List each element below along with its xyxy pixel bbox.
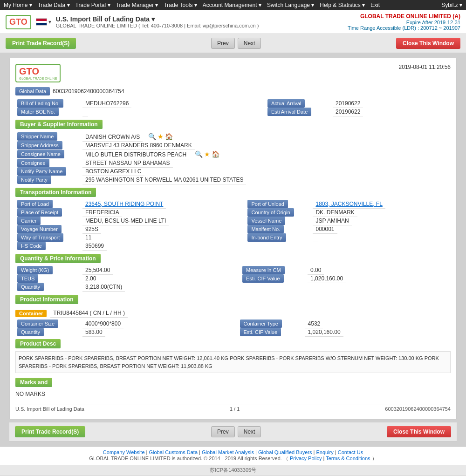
esti-arrival-value: 20190622 xyxy=(333,108,363,116)
weight-label: Weight (KG) xyxy=(17,266,53,274)
footer-company-website[interactable]: Company Website xyxy=(103,449,145,455)
marks-value: NO MARKS xyxy=(15,389,451,399)
footer-global-market[interactable]: Global Market Analysis xyxy=(202,449,254,455)
doc-logo: GTO GLOBAL TRADE ONLINE xyxy=(15,64,61,82)
product-desc-text: PORK SPARERIBS - PORK SPARERIBS, BREAST … xyxy=(15,351,451,373)
vessel-name-label: Vessel Name xyxy=(247,217,285,225)
us-flag xyxy=(36,18,47,26)
nav-buttons-top: Prev Next xyxy=(211,38,261,49)
nav-trade-portal[interactable]: Trade Portal ▾ xyxy=(75,2,110,8)
container-size-label: Container Size xyxy=(17,320,58,328)
global-data-value: 60032019062400000364754 xyxy=(53,88,124,95)
doc-datetime: 2019-08-01 11:20:56 xyxy=(399,64,451,70)
country-origin-label: Country of Origin xyxy=(247,208,294,217)
footer-copyright: GLOBAL TRADE ONLINE LIMITED is authorize… xyxy=(6,455,460,462)
shipper-address-value: MARSVEJ 43 RANDERS 8960 DENMARK xyxy=(82,141,195,150)
voyage-number-label: Voyage Number xyxy=(17,225,62,233)
nav-exit[interactable]: Exit xyxy=(370,2,380,8)
port-unload-label: Port of Unload xyxy=(247,200,288,208)
product-info-section: Product Information Container TRIU844584… xyxy=(15,295,451,400)
container-type-value: 4532 xyxy=(305,320,323,328)
doc-logo-img: GTO GLOBAL TRADE ONLINE xyxy=(15,64,61,82)
bol-table: Bill of Lading No. MEDUHO762296 Actual A… xyxy=(15,99,451,116)
product-esti-cif-label: Esti. CIF Value xyxy=(240,328,281,336)
shipper-search-icon[interactable]: 🔍 xyxy=(148,133,156,140)
close-button-top[interactable]: Close This Window xyxy=(396,38,460,49)
header-right: GLOBAL TRADE ONLINE LIMITED (A) Expire A… xyxy=(348,13,460,31)
consignee-name-value: MILO BUTLER DISTRIBUTORS PEACH xyxy=(82,150,189,159)
nav-trade-tools[interactable]: Trade Tools ▾ xyxy=(164,2,197,8)
product-quantity-value: 583.00 xyxy=(82,328,105,337)
notify-party-name-label: Notify Party Name xyxy=(17,167,66,176)
flag-arrow[interactable]: ▾ xyxy=(48,19,51,25)
port-unload-value: 1803, JACKSONVILLE, FL xyxy=(313,200,385,209)
user-menu[interactable]: Sybil.z ▾ xyxy=(441,2,462,8)
consignee-label: Consignee xyxy=(17,159,49,167)
shipper-name-value: DANISH CROWN A/S xyxy=(82,133,143,142)
bottom-action-bar: Print Trade Record(S) Prev Next Close Th… xyxy=(9,422,457,442)
print-record-button-bottom[interactable]: Print Trade Record(S) xyxy=(15,426,85,437)
marks-block: Marks and NO MARKS xyxy=(15,374,451,400)
footer-privacy[interactable]: Privacy Policy xyxy=(290,456,322,461)
notify-party-value: 295 WASHINGTON ST NORWELL MA 02061 UNITE… xyxy=(82,176,246,184)
prev-button-top[interactable]: Prev xyxy=(211,38,235,49)
footer-global-buyers[interactable]: Global Qualified Buyers xyxy=(258,449,312,455)
notify-party-label: Notify Party xyxy=(17,176,51,184)
nav-my-home[interactable]: My Home ▾ xyxy=(4,2,32,8)
doc-footer: U.S. Import Bill of Lading Data 1 / 1 60… xyxy=(15,404,451,414)
nav-trade-manager[interactable]: Trade Manager ▾ xyxy=(116,2,158,8)
consignee-search-icon[interactable]: 🔍 xyxy=(195,150,203,158)
bol-label: Bill of Lading No. xyxy=(17,99,63,108)
expire-date: Expire After 2019-12-31 xyxy=(348,20,460,25)
mater-bol-value xyxy=(82,108,88,116)
doc-footer-left: U.S. Import Bill of Lading Data xyxy=(15,406,84,412)
shipper-home-icon[interactable]: 🏠 xyxy=(165,133,173,140)
prev-button-bottom[interactable]: Prev xyxy=(211,426,235,437)
close-button-bottom[interactable]: Close This Window xyxy=(387,426,451,437)
product-desc-block: Product Desc PORK SPARERIBS - PORK SPARE… xyxy=(15,337,451,374)
next-button-top[interactable]: Next xyxy=(238,38,261,49)
consignee-value: STREET NASSAU NP BAHAMAS xyxy=(82,159,173,168)
manifest-value: 000001 xyxy=(313,225,337,234)
hs-code-value: 350699 xyxy=(82,242,107,251)
footer-terms[interactable]: Terms & Conditions xyxy=(326,456,370,461)
transportation-label: Transportation Information xyxy=(15,188,96,197)
actual-arrival-value: 20190622 xyxy=(333,99,363,108)
footer-global-customs[interactable]: Global Customs Data xyxy=(149,449,198,455)
way-transport-value: 11 xyxy=(82,233,94,242)
container-row: Container TRIU8445844 ( CN / L / HH ) xyxy=(15,307,451,320)
footer-links: Company Website | Global Customs Data | … xyxy=(6,449,460,455)
container-value: TRIU8445844 ( CN / L / HH ) xyxy=(50,309,128,318)
product-esti-cif-value: 1,020,160.00 xyxy=(305,328,343,337)
document-card: GTO GLOBAL TRADE ONLINE 2019-08-01 11:20… xyxy=(9,58,457,420)
nav-help-statistics[interactable]: Help & Statistics ▾ xyxy=(320,2,365,8)
transportation-table: Port of Load 23645, SOUTH RIDING POINT P… xyxy=(15,200,451,250)
buyer-supplier-section: Buyer & Supplier Information Shipper Nam… xyxy=(15,120,451,184)
manifest-label: Manifest No. xyxy=(247,225,284,233)
footer-enquiry[interactable]: Enquiry xyxy=(316,449,333,455)
next-button-bottom[interactable]: Next xyxy=(238,426,261,437)
port-load-value: 23645, SOUTH RIDING POINT xyxy=(82,200,166,209)
global-data-row: Global Data 60032019062400000364754 xyxy=(15,87,451,95)
marks-label: Marks and xyxy=(15,378,52,387)
transportation-section: Transportation Information Port of Load … xyxy=(15,188,451,250)
nav-buttons-bottom: Prev Next xyxy=(211,426,261,437)
inbond-label: In-bond Entry xyxy=(247,233,286,242)
nav-account-management[interactable]: Account Management ▾ xyxy=(203,2,261,8)
consignee-star-icon[interactable]: ★ xyxy=(204,150,210,158)
consignee-home-icon[interactable]: 🏠 xyxy=(212,150,219,158)
quantity-price-label: Quantity & Price Information xyxy=(15,254,101,263)
shipper-name-label: Shipper Name xyxy=(17,132,57,141)
shipper-star-icon[interactable]: ★ xyxy=(158,133,164,140)
nav-trade-data[interactable]: Trade Data ▾ xyxy=(38,2,70,8)
buyer-supplier-label: Buyer & Supplier Information xyxy=(15,120,103,129)
print-record-button-top[interactable]: Print Trade Record(S) xyxy=(6,38,76,49)
doc-footer-page: 1 / 1 xyxy=(230,406,240,412)
measure-label: Measure in CM xyxy=(242,266,285,274)
quantity-value: 3,218.00(CTN) xyxy=(82,283,125,292)
vessel-name-value: JSP AMIHAN xyxy=(313,217,351,225)
footer-contact-us[interactable]: Contact Us xyxy=(338,449,363,455)
esti-cif-value: 1,020,160.00 xyxy=(308,274,346,283)
product-desc-label: Product Desc xyxy=(15,339,61,348)
nav-switch-language[interactable]: Switch Language ▾ xyxy=(267,2,314,8)
